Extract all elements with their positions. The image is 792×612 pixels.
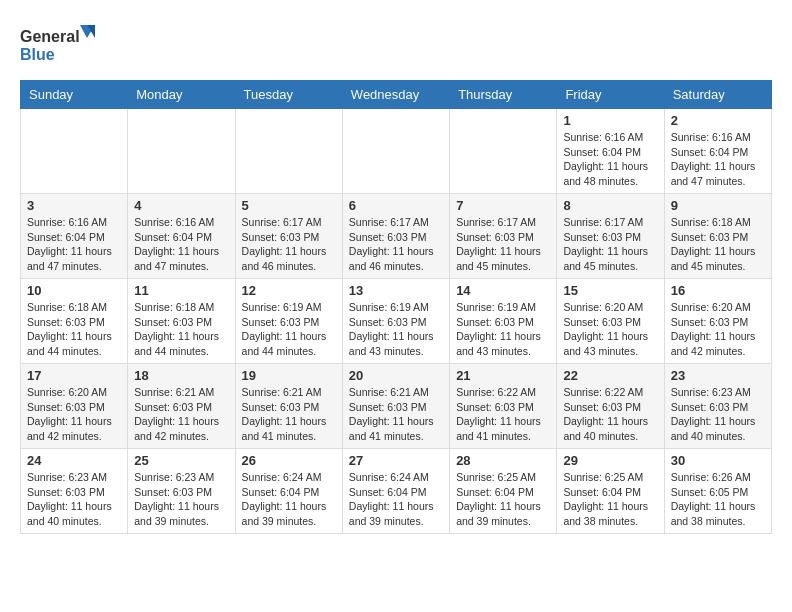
day-info: Sunrise: 6:22 AM Sunset: 6:03 PM Dayligh… (456, 385, 550, 444)
calendar-cell: 19Sunrise: 6:21 AM Sunset: 6:03 PM Dayli… (235, 364, 342, 449)
day-number: 29 (563, 453, 657, 468)
day-info: Sunrise: 6:17 AM Sunset: 6:03 PM Dayligh… (349, 215, 443, 274)
day-number: 18 (134, 368, 228, 383)
weekday-header: Tuesday (235, 81, 342, 109)
day-info: Sunrise: 6:21 AM Sunset: 6:03 PM Dayligh… (242, 385, 336, 444)
day-number: 20 (349, 368, 443, 383)
day-number: 27 (349, 453, 443, 468)
calendar-cell (235, 109, 342, 194)
day-info: Sunrise: 6:20 AM Sunset: 6:03 PM Dayligh… (27, 385, 121, 444)
calendar-cell: 11Sunrise: 6:18 AM Sunset: 6:03 PM Dayli… (128, 279, 235, 364)
calendar-cell: 22Sunrise: 6:22 AM Sunset: 6:03 PM Dayli… (557, 364, 664, 449)
day-number: 7 (456, 198, 550, 213)
day-number: 5 (242, 198, 336, 213)
day-number: 3 (27, 198, 121, 213)
calendar-cell: 12Sunrise: 6:19 AM Sunset: 6:03 PM Dayli… (235, 279, 342, 364)
day-info: Sunrise: 6:18 AM Sunset: 6:03 PM Dayligh… (27, 300, 121, 359)
day-number: 12 (242, 283, 336, 298)
calendar-cell (128, 109, 235, 194)
day-number: 24 (27, 453, 121, 468)
calendar-cell: 26Sunrise: 6:24 AM Sunset: 6:04 PM Dayli… (235, 449, 342, 534)
day-number: 16 (671, 283, 765, 298)
day-info: Sunrise: 6:21 AM Sunset: 6:03 PM Dayligh… (134, 385, 228, 444)
calendar-cell: 29Sunrise: 6:25 AM Sunset: 6:04 PM Dayli… (557, 449, 664, 534)
day-info: Sunrise: 6:23 AM Sunset: 6:03 PM Dayligh… (27, 470, 121, 529)
calendar-cell: 28Sunrise: 6:25 AM Sunset: 6:04 PM Dayli… (450, 449, 557, 534)
weekday-header: Friday (557, 81, 664, 109)
calendar-cell: 30Sunrise: 6:26 AM Sunset: 6:05 PM Dayli… (664, 449, 771, 534)
calendar-cell (21, 109, 128, 194)
day-info: Sunrise: 6:19 AM Sunset: 6:03 PM Dayligh… (242, 300, 336, 359)
day-number: 19 (242, 368, 336, 383)
weekday-header: Sunday (21, 81, 128, 109)
svg-text:General: General (20, 28, 80, 45)
calendar-cell: 18Sunrise: 6:21 AM Sunset: 6:03 PM Dayli… (128, 364, 235, 449)
day-info: Sunrise: 6:20 AM Sunset: 6:03 PM Dayligh… (671, 300, 765, 359)
day-number: 26 (242, 453, 336, 468)
calendar-cell: 8Sunrise: 6:17 AM Sunset: 6:03 PM Daylig… (557, 194, 664, 279)
day-info: Sunrise: 6:23 AM Sunset: 6:03 PM Dayligh… (671, 385, 765, 444)
day-info: Sunrise: 6:17 AM Sunset: 6:03 PM Dayligh… (456, 215, 550, 274)
calendar-cell: 25Sunrise: 6:23 AM Sunset: 6:03 PM Dayli… (128, 449, 235, 534)
day-number: 11 (134, 283, 228, 298)
day-info: Sunrise: 6:16 AM Sunset: 6:04 PM Dayligh… (134, 215, 228, 274)
calendar-cell: 4Sunrise: 6:16 AM Sunset: 6:04 PM Daylig… (128, 194, 235, 279)
calendar-week-row: 17Sunrise: 6:20 AM Sunset: 6:03 PM Dayli… (21, 364, 772, 449)
day-info: Sunrise: 6:16 AM Sunset: 6:04 PM Dayligh… (563, 130, 657, 189)
day-info: Sunrise: 6:18 AM Sunset: 6:03 PM Dayligh… (671, 215, 765, 274)
calendar-cell (342, 109, 449, 194)
day-info: Sunrise: 6:22 AM Sunset: 6:03 PM Dayligh… (563, 385, 657, 444)
logo-icon: GeneralBlue (20, 20, 100, 70)
day-info: Sunrise: 6:26 AM Sunset: 6:05 PM Dayligh… (671, 470, 765, 529)
calendar-cell: 6Sunrise: 6:17 AM Sunset: 6:03 PM Daylig… (342, 194, 449, 279)
calendar-week-row: 3Sunrise: 6:16 AM Sunset: 6:04 PM Daylig… (21, 194, 772, 279)
calendar-cell: 24Sunrise: 6:23 AM Sunset: 6:03 PM Dayli… (21, 449, 128, 534)
weekday-header: Thursday (450, 81, 557, 109)
day-info: Sunrise: 6:16 AM Sunset: 6:04 PM Dayligh… (671, 130, 765, 189)
day-info: Sunrise: 6:19 AM Sunset: 6:03 PM Dayligh… (349, 300, 443, 359)
day-number: 6 (349, 198, 443, 213)
day-number: 4 (134, 198, 228, 213)
calendar-week-row: 1Sunrise: 6:16 AM Sunset: 6:04 PM Daylig… (21, 109, 772, 194)
day-info: Sunrise: 6:18 AM Sunset: 6:03 PM Dayligh… (134, 300, 228, 359)
weekday-header: Monday (128, 81, 235, 109)
day-info: Sunrise: 6:24 AM Sunset: 6:04 PM Dayligh… (242, 470, 336, 529)
calendar-cell: 16Sunrise: 6:20 AM Sunset: 6:03 PM Dayli… (664, 279, 771, 364)
weekday-header: Saturday (664, 81, 771, 109)
day-number: 2 (671, 113, 765, 128)
calendar-cell: 15Sunrise: 6:20 AM Sunset: 6:03 PM Dayli… (557, 279, 664, 364)
day-info: Sunrise: 6:19 AM Sunset: 6:03 PM Dayligh… (456, 300, 550, 359)
day-number: 8 (563, 198, 657, 213)
day-info: Sunrise: 6:24 AM Sunset: 6:04 PM Dayligh… (349, 470, 443, 529)
calendar-cell: 13Sunrise: 6:19 AM Sunset: 6:03 PM Dayli… (342, 279, 449, 364)
calendar-week-row: 10Sunrise: 6:18 AM Sunset: 6:03 PM Dayli… (21, 279, 772, 364)
day-number: 14 (456, 283, 550, 298)
calendar-header-row: SundayMondayTuesdayWednesdayThursdayFrid… (21, 81, 772, 109)
calendar-cell: 14Sunrise: 6:19 AM Sunset: 6:03 PM Dayli… (450, 279, 557, 364)
calendar-cell: 3Sunrise: 6:16 AM Sunset: 6:04 PM Daylig… (21, 194, 128, 279)
calendar-cell: 20Sunrise: 6:21 AM Sunset: 6:03 PM Dayli… (342, 364, 449, 449)
day-number: 22 (563, 368, 657, 383)
day-number: 30 (671, 453, 765, 468)
day-info: Sunrise: 6:23 AM Sunset: 6:03 PM Dayligh… (134, 470, 228, 529)
day-number: 25 (134, 453, 228, 468)
day-number: 10 (27, 283, 121, 298)
calendar-cell: 27Sunrise: 6:24 AM Sunset: 6:04 PM Dayli… (342, 449, 449, 534)
day-number: 21 (456, 368, 550, 383)
day-number: 17 (27, 368, 121, 383)
day-info: Sunrise: 6:20 AM Sunset: 6:03 PM Dayligh… (563, 300, 657, 359)
day-number: 1 (563, 113, 657, 128)
day-info: Sunrise: 6:21 AM Sunset: 6:03 PM Dayligh… (349, 385, 443, 444)
day-info: Sunrise: 6:17 AM Sunset: 6:03 PM Dayligh… (242, 215, 336, 274)
day-info: Sunrise: 6:25 AM Sunset: 6:04 PM Dayligh… (563, 470, 657, 529)
page-header: GeneralBlue (20, 20, 772, 70)
calendar-cell: 7Sunrise: 6:17 AM Sunset: 6:03 PM Daylig… (450, 194, 557, 279)
day-info: Sunrise: 6:17 AM Sunset: 6:03 PM Dayligh… (563, 215, 657, 274)
calendar-table: SundayMondayTuesdayWednesdayThursdayFrid… (20, 80, 772, 534)
calendar-cell: 2Sunrise: 6:16 AM Sunset: 6:04 PM Daylig… (664, 109, 771, 194)
day-number: 28 (456, 453, 550, 468)
day-number: 15 (563, 283, 657, 298)
day-number: 13 (349, 283, 443, 298)
svg-text:Blue: Blue (20, 46, 55, 63)
logo: GeneralBlue (20, 20, 100, 70)
